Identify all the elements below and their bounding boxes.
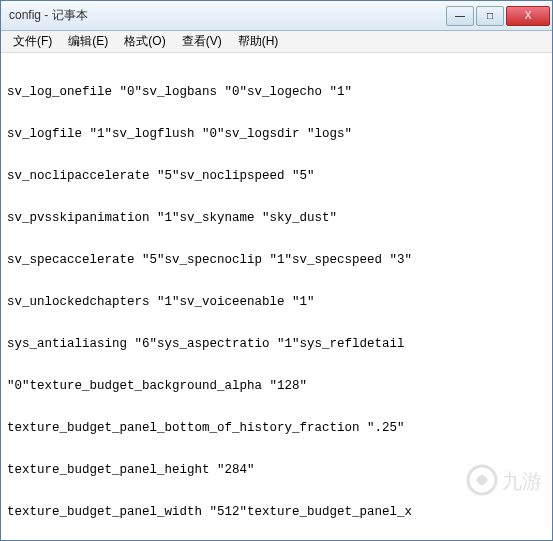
menu-file[interactable]: 文件(F) [5, 31, 60, 52]
config-line: sv_noclipaccelerate "5"sv_noclipspeed "5… [7, 169, 546, 183]
config-line: texture_budget_panel_bottom_of_history_f… [7, 421, 546, 435]
app-window: config - 记事本 — □ X 文件(F) 编辑(E) 格式(O) 查看(… [0, 0, 553, 541]
text-area[interactable]: sv_log_onefile "0"sv_logbans "0"sv_logec… [1, 53, 552, 540]
config-line: sv_specaccelerate "5"sv_specnoclip "1"sv… [7, 253, 546, 267]
svg-text:九游: 九游 [502, 470, 542, 492]
config-line: sv_unlockedchapters "1"sv_voiceenable "1… [7, 295, 546, 309]
config-line: sys_antialiasing "6"sys_aspectratio "1"s… [7, 337, 546, 351]
config-line: "0"texture_budget_background_alpha "128" [7, 379, 546, 393]
menubar: 文件(F) 编辑(E) 格式(O) 查看(V) 帮助(H) [1, 31, 552, 53]
menu-view[interactable]: 查看(V) [174, 31, 230, 52]
menu-format[interactable]: 格式(O) [116, 31, 173, 52]
jiuyou-icon: 九游 [464, 460, 544, 500]
close-button[interactable]: X [506, 6, 550, 26]
config-line: sv_log_onefile "0"sv_logbans "0"sv_logec… [7, 85, 546, 99]
titlebar[interactable]: config - 记事本 — □ X [1, 1, 552, 31]
menu-help[interactable]: 帮助(H) [230, 31, 287, 52]
config-line: sv_logfile "1"sv_logflush "0"sv_logsdir … [7, 127, 546, 141]
minimize-button[interactable]: — [446, 6, 474, 26]
window-controls: — □ X [444, 6, 550, 26]
config-line: sv_pvsskipanimation "1"sv_skyname "sky_d… [7, 211, 546, 225]
maximize-button[interactable]: □ [476, 6, 504, 26]
watermark-logo: 九游 [419, 446, 544, 518]
menu-edit[interactable]: 编辑(E) [60, 31, 116, 52]
window-title: config - 记事本 [9, 7, 444, 24]
